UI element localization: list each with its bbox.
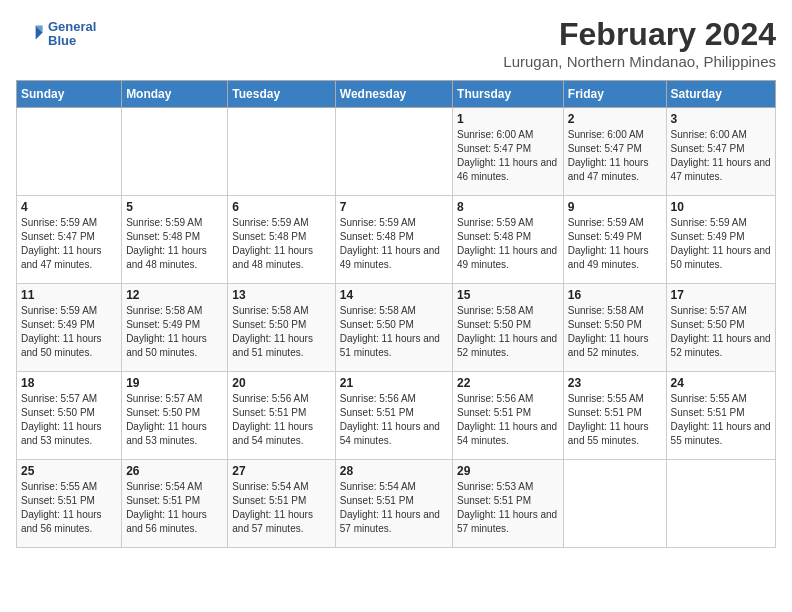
day-info: Sunrise: 5:58 AMSunset: 5:50 PMDaylight:… xyxy=(568,304,662,360)
day-cell: 18Sunrise: 5:57 AMSunset: 5:50 PMDayligh… xyxy=(17,372,122,460)
day-cell: 29Sunrise: 5:53 AMSunset: 5:51 PMDayligh… xyxy=(453,460,564,548)
day-info: Sunrise: 5:55 AMSunset: 5:51 PMDaylight:… xyxy=(671,392,771,448)
day-cell: 22Sunrise: 5:56 AMSunset: 5:51 PMDayligh… xyxy=(453,372,564,460)
day-cell: 25Sunrise: 5:55 AMSunset: 5:51 PMDayligh… xyxy=(17,460,122,548)
day-number: 10 xyxy=(671,200,771,214)
day-cell: 24Sunrise: 5:55 AMSunset: 5:51 PMDayligh… xyxy=(666,372,775,460)
day-number: 24 xyxy=(671,376,771,390)
day-number: 16 xyxy=(568,288,662,302)
header-friday: Friday xyxy=(563,81,666,108)
day-info: Sunrise: 5:59 AMSunset: 5:49 PMDaylight:… xyxy=(568,216,662,272)
day-cell: 5Sunrise: 5:59 AMSunset: 5:48 PMDaylight… xyxy=(122,196,228,284)
day-info: Sunrise: 5:59 AMSunset: 5:49 PMDaylight:… xyxy=(21,304,117,360)
day-info: Sunrise: 5:57 AMSunset: 5:50 PMDaylight:… xyxy=(21,392,117,448)
day-info: Sunrise: 6:00 AMSunset: 5:47 PMDaylight:… xyxy=(671,128,771,184)
day-number: 29 xyxy=(457,464,559,478)
logo: General Blue xyxy=(16,20,96,49)
day-number: 2 xyxy=(568,112,662,126)
day-cell: 14Sunrise: 5:58 AMSunset: 5:50 PMDayligh… xyxy=(335,284,452,372)
day-info: Sunrise: 5:53 AMSunset: 5:51 PMDaylight:… xyxy=(457,480,559,536)
day-cell xyxy=(666,460,775,548)
logo-line1: General xyxy=(48,20,96,34)
day-info: Sunrise: 5:59 AMSunset: 5:48 PMDaylight:… xyxy=(126,216,223,272)
day-cell: 10Sunrise: 5:59 AMSunset: 5:49 PMDayligh… xyxy=(666,196,775,284)
day-cell: 16Sunrise: 5:58 AMSunset: 5:50 PMDayligh… xyxy=(563,284,666,372)
day-cell: 8Sunrise: 5:59 AMSunset: 5:48 PMDaylight… xyxy=(453,196,564,284)
day-cell: 26Sunrise: 5:54 AMSunset: 5:51 PMDayligh… xyxy=(122,460,228,548)
header-tuesday: Tuesday xyxy=(228,81,335,108)
day-number: 27 xyxy=(232,464,330,478)
logo-text: General Blue xyxy=(48,20,96,49)
day-number: 21 xyxy=(340,376,448,390)
day-cell: 11Sunrise: 5:59 AMSunset: 5:49 PMDayligh… xyxy=(17,284,122,372)
header-sunday: Sunday xyxy=(17,81,122,108)
day-info: Sunrise: 5:59 AMSunset: 5:48 PMDaylight:… xyxy=(457,216,559,272)
day-cell xyxy=(563,460,666,548)
calendar-header: SundayMondayTuesdayWednesdayThursdayFrid… xyxy=(17,81,776,108)
header-wednesday: Wednesday xyxy=(335,81,452,108)
day-number: 3 xyxy=(671,112,771,126)
day-cell xyxy=(122,108,228,196)
calendar-table: SundayMondayTuesdayWednesdayThursdayFrid… xyxy=(16,80,776,548)
day-cell: 21Sunrise: 5:56 AMSunset: 5:51 PMDayligh… xyxy=(335,372,452,460)
day-cell xyxy=(335,108,452,196)
day-number: 12 xyxy=(126,288,223,302)
header-thursday: Thursday xyxy=(453,81,564,108)
day-number: 15 xyxy=(457,288,559,302)
day-cell: 19Sunrise: 5:57 AMSunset: 5:50 PMDayligh… xyxy=(122,372,228,460)
day-number: 18 xyxy=(21,376,117,390)
day-info: Sunrise: 5:56 AMSunset: 5:51 PMDaylight:… xyxy=(340,392,448,448)
day-cell: 7Sunrise: 5:59 AMSunset: 5:48 PMDaylight… xyxy=(335,196,452,284)
day-cell: 17Sunrise: 5:57 AMSunset: 5:50 PMDayligh… xyxy=(666,284,775,372)
day-cell: 12Sunrise: 5:58 AMSunset: 5:49 PMDayligh… xyxy=(122,284,228,372)
day-info: Sunrise: 5:59 AMSunset: 5:49 PMDaylight:… xyxy=(671,216,771,272)
logo-icon xyxy=(16,20,44,48)
day-info: Sunrise: 5:58 AMSunset: 5:50 PMDaylight:… xyxy=(457,304,559,360)
day-number: 22 xyxy=(457,376,559,390)
day-info: Sunrise: 5:54 AMSunset: 5:51 PMDaylight:… xyxy=(232,480,330,536)
day-cell: 15Sunrise: 5:58 AMSunset: 5:50 PMDayligh… xyxy=(453,284,564,372)
week-row-2: 11Sunrise: 5:59 AMSunset: 5:49 PMDayligh… xyxy=(17,284,776,372)
day-number: 13 xyxy=(232,288,330,302)
week-row-3: 18Sunrise: 5:57 AMSunset: 5:50 PMDayligh… xyxy=(17,372,776,460)
day-cell: 20Sunrise: 5:56 AMSunset: 5:51 PMDayligh… xyxy=(228,372,335,460)
day-number: 8 xyxy=(457,200,559,214)
day-number: 23 xyxy=(568,376,662,390)
day-cell xyxy=(228,108,335,196)
page-header: General Blue February 2024 Lurugan, Nort… xyxy=(16,16,776,70)
header-saturday: Saturday xyxy=(666,81,775,108)
header-monday: Monday xyxy=(122,81,228,108)
week-row-0: 1Sunrise: 6:00 AMSunset: 5:47 PMDaylight… xyxy=(17,108,776,196)
day-info: Sunrise: 5:54 AMSunset: 5:51 PMDaylight:… xyxy=(340,480,448,536)
day-number: 25 xyxy=(21,464,117,478)
day-cell: 3Sunrise: 6:00 AMSunset: 5:47 PMDaylight… xyxy=(666,108,775,196)
day-cell: 28Sunrise: 5:54 AMSunset: 5:51 PMDayligh… xyxy=(335,460,452,548)
day-number: 4 xyxy=(21,200,117,214)
day-info: Sunrise: 5:59 AMSunset: 5:47 PMDaylight:… xyxy=(21,216,117,272)
logo-line2: Blue xyxy=(48,34,96,48)
day-info: Sunrise: 5:56 AMSunset: 5:51 PMDaylight:… xyxy=(232,392,330,448)
header-row: SundayMondayTuesdayWednesdayThursdayFrid… xyxy=(17,81,776,108)
day-cell: 4Sunrise: 5:59 AMSunset: 5:47 PMDaylight… xyxy=(17,196,122,284)
day-number: 19 xyxy=(126,376,223,390)
day-info: Sunrise: 5:58 AMSunset: 5:49 PMDaylight:… xyxy=(126,304,223,360)
day-info: Sunrise: 5:58 AMSunset: 5:50 PMDaylight:… xyxy=(340,304,448,360)
day-number: 26 xyxy=(126,464,223,478)
day-number: 28 xyxy=(340,464,448,478)
title-block: February 2024 Lurugan, Northern Mindanao… xyxy=(503,16,776,70)
day-number: 11 xyxy=(21,288,117,302)
day-number: 5 xyxy=(126,200,223,214)
day-info: Sunrise: 5:59 AMSunset: 5:48 PMDaylight:… xyxy=(340,216,448,272)
day-info: Sunrise: 5:58 AMSunset: 5:50 PMDaylight:… xyxy=(232,304,330,360)
day-number: 7 xyxy=(340,200,448,214)
day-info: Sunrise: 5:54 AMSunset: 5:51 PMDaylight:… xyxy=(126,480,223,536)
week-row-1: 4Sunrise: 5:59 AMSunset: 5:47 PMDaylight… xyxy=(17,196,776,284)
day-number: 20 xyxy=(232,376,330,390)
day-number: 9 xyxy=(568,200,662,214)
day-info: Sunrise: 5:55 AMSunset: 5:51 PMDaylight:… xyxy=(568,392,662,448)
page-title: February 2024 xyxy=(503,16,776,53)
day-number: 6 xyxy=(232,200,330,214)
day-info: Sunrise: 5:57 AMSunset: 5:50 PMDaylight:… xyxy=(126,392,223,448)
calendar-body: 1Sunrise: 6:00 AMSunset: 5:47 PMDaylight… xyxy=(17,108,776,548)
day-cell: 6Sunrise: 5:59 AMSunset: 5:48 PMDaylight… xyxy=(228,196,335,284)
